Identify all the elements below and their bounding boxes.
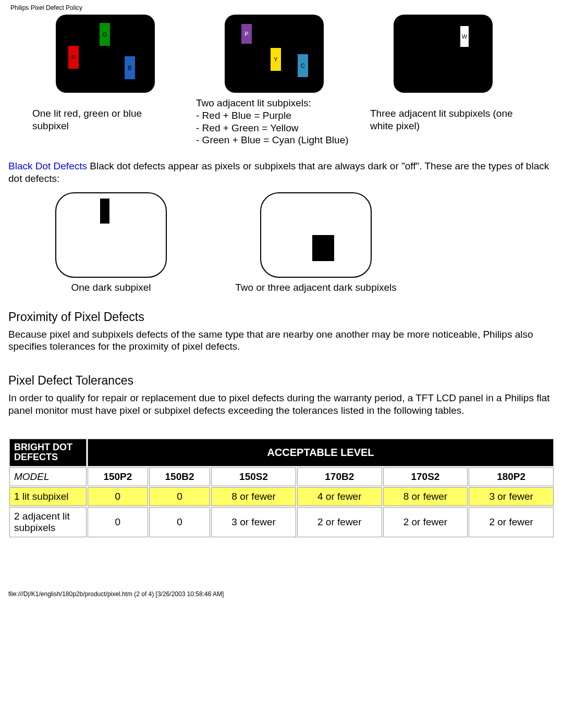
caption-two-adj-title: Two adjacent lit subpixels: [196, 97, 352, 109]
subpixel-green: G [100, 23, 110, 46]
cell: 0 [149, 487, 210, 506]
subpixel-red: R [68, 46, 79, 69]
monitor-multi-dark [260, 192, 372, 278]
diagram-col-1: R G B One lit red, green or blue subpixe… [32, 15, 178, 132]
model-3: 170B2 [297, 467, 382, 486]
subpixel-blue: B [125, 56, 135, 79]
caption-two-adj-1: - Red + Blue = Purple [196, 109, 352, 122]
dark-subpixel [100, 199, 109, 224]
page-header: Philips Pixel Defect Policy [0, 0, 563, 14]
black-dot-text: Black dot defects appear as pixels or su… [8, 161, 549, 184]
cell: 8 or fewer [383, 487, 468, 506]
cell: 8 or fewer [211, 487, 296, 506]
th-acceptable: ACCEPTABLE LEVEL [88, 439, 554, 467]
caption-one-dark: One dark subpixel [55, 282, 167, 293]
caption-two-adj-2: - Red + Green = Yellow [196, 122, 352, 134]
dark-col-1: One dark subpixel [55, 192, 167, 293]
row-label: 1 lit subpixel [9, 487, 87, 506]
body-tolerances: In order to qualify for repair or replac… [8, 392, 555, 417]
cell: 2 or fewer [383, 507, 468, 537]
th-bright-dot: BRIGHT DOT DEFECTS [9, 439, 87, 467]
row-label: 2 adjacent lit subpixels [9, 507, 87, 537]
dark-col-2: Two or three adjacent dark subpixels [227, 192, 405, 293]
table-row: 2 adjacent lit subpixels 0 0 3 or fewer … [9, 507, 554, 537]
model-1: 150B2 [149, 467, 210, 486]
diagram-col-2: P Y C Two adjacent lit subpixels: - Red … [196, 15, 352, 146]
subpixel-white: W [460, 26, 469, 47]
page-footer: file:///D|/K1/english/180p2b/product/pix… [0, 544, 563, 601]
dark-block [312, 235, 334, 261]
caption-two-three-dark: Two or three adjacent dark subpixels [227, 282, 405, 293]
body-proximity: Because pixel and subpixels defects of t… [8, 328, 555, 353]
heading-proximity: Proximity of Pixel Defects [8, 310, 555, 324]
table-head-row: BRIGHT DOT DEFECTS ACCEPTABLE LEVEL [9, 439, 554, 467]
monitor-one-dark [55, 192, 167, 278]
model-4: 170S2 [383, 467, 468, 486]
table-row: 1 lit subpixel 0 0 8 or fewer 4 or fewer… [9, 487, 554, 506]
screen-rgb: R G B [56, 15, 155, 93]
cell: 0 [88, 507, 148, 537]
diagram-col-3: W Three adjacent lit subpixels (one whit… [370, 15, 516, 132]
cell: 4 or fewer [297, 487, 382, 506]
dark-dot-diagram-row: One dark subpixel Two or three adjacent … [55, 192, 555, 293]
model-0: 150P2 [88, 467, 148, 486]
model-5: 180P2 [469, 467, 554, 486]
cell: 2 or fewer [297, 507, 382, 537]
caption-two-adjacent: Two adjacent lit subpixels: - Red + Blue… [196, 97, 352, 146]
cell: 3 or fewer [469, 487, 554, 506]
subpixel-purple: P [241, 24, 252, 44]
cell: 3 or fewer [211, 507, 296, 537]
cell: 0 [149, 507, 210, 537]
page-body: R G B One lit red, green or blue subpixe… [0, 15, 563, 544]
caption-one-lit: One lit red, green or blue subpixel [32, 107, 178, 132]
heading-tolerances: Pixel Defect Tolerances [8, 374, 555, 388]
subpixel-yellow: Y [271, 48, 281, 71]
caption-three-adjacent: Three adjacent lit subpixels (one white … [370, 107, 516, 132]
cell: 2 or fewer [469, 507, 554, 537]
screen-white: W [394, 15, 493, 93]
subpixel-cyan: C [298, 54, 308, 77]
tolerance-table: BRIGHT DOT DEFECTS ACCEPTABLE LEVEL MODE… [8, 438, 555, 539]
cell: 0 [88, 487, 148, 506]
black-dot-link[interactable]: Black Dot Defects [8, 161, 87, 171]
bright-dot-diagram-row: R G B One lit red, green or blue subpixe… [8, 15, 555, 146]
model-2: 150S2 [211, 467, 296, 486]
caption-two-adj-3: - Green + Blue = Cyan (Light Blue) [196, 134, 352, 146]
table-model-row: MODEL 150P2 150B2 150S2 170B2 170S2 180P… [9, 467, 554, 486]
black-dot-paragraph: Black Dot Defects Black dot defects appe… [8, 160, 555, 185]
th-model: MODEL [9, 467, 87, 486]
screen-pyc: P Y C [225, 15, 324, 93]
